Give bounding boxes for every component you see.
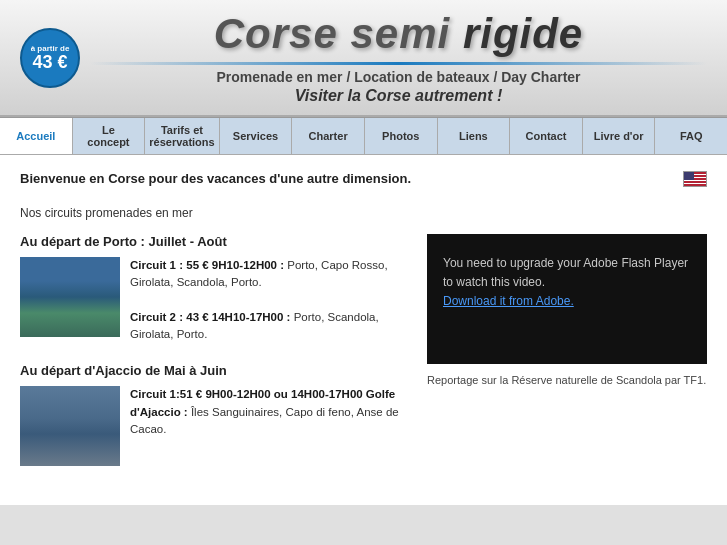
flash-video-box: You need to upgrade your Adobe Flash Pla…: [427, 234, 707, 364]
welcome-title: Bienvenue en Corse pour des vacances d'u…: [20, 171, 411, 186]
site-subtitle: Promenade en mer / Location de bateaux /…: [90, 69, 707, 85]
page-header: à partir de 43 € Corse semi rigide Prome…: [0, 0, 727, 117]
porto-image: [20, 257, 120, 337]
site-title: Corse semi rigide: [90, 10, 707, 58]
welcome-row: Bienvenue en Corse pour des vacances d'u…: [20, 171, 707, 198]
nav-photos[interactable]: Photos: [365, 118, 438, 154]
price-badge: à partir de 43 €: [20, 28, 80, 88]
right-column: You need to upgrade your Adobe Flash Pla…: [427, 234, 707, 486]
flash-text: You need to upgrade your Adobe Flash Pla…: [443, 256, 688, 289]
nav-concept[interactable]: Leconcept: [73, 118, 146, 154]
left-column: Au départ de Porto : Juillet - Août Circ…: [20, 234, 411, 486]
nav-services[interactable]: Services: [220, 118, 293, 154]
nav-tarifs[interactable]: Tarifs etréservations: [145, 118, 219, 154]
circuit-ajaccio-row: Circuit 1:51 € 9H00-12H00 ou 14H00-17H00…: [20, 386, 411, 466]
circuit-porto-title: Au départ de Porto : Juillet - Août: [20, 234, 411, 249]
nav-livre[interactable]: Livre d'or: [583, 118, 656, 154]
ajaccio-image: [20, 386, 120, 466]
nav-charter[interactable]: Charter: [292, 118, 365, 154]
nav-accueil[interactable]: Accueil: [0, 118, 73, 154]
circuits-label: Nos circuits promenades en mer: [20, 206, 707, 220]
main-nav: Accueil Leconcept Tarifs etréservations …: [0, 117, 727, 155]
porto-image-visual: [20, 257, 120, 337]
content-area: Au départ de Porto : Juillet - Août Circ…: [20, 234, 707, 486]
circuit-porto-desc: Circuit 1 : 55 € 9H10-12H00 : Porto, Cap…: [130, 257, 411, 343]
circuit-ajaccio-desc: Circuit 1:51 € 9H00-12H00 ou 14H00-17H00…: [130, 386, 411, 466]
us-flag-icon[interactable]: [683, 171, 707, 187]
site-branding: Corse semi rigide Promenade en mer / Loc…: [90, 10, 707, 105]
circuit-porto-block: Au départ de Porto : Juillet - Août Circ…: [20, 234, 411, 343]
flash-download-link[interactable]: Download it from Adobe.: [443, 294, 574, 308]
badge-price: 43 €: [32, 53, 67, 71]
main-content: Bienvenue en Corse pour des vacances d'u…: [0, 155, 727, 505]
nav-liens[interactable]: Liens: [438, 118, 511, 154]
ajaccio-image-visual: [20, 386, 120, 466]
circuit-ajaccio-title: Au départ d'Ajaccio de Mai à Juin: [20, 363, 411, 378]
nav-contact[interactable]: Contact: [510, 118, 583, 154]
circuit1-line1-label: Circuit 1 : 55 € 9H10-12H00 :: [130, 259, 284, 271]
reportage-text: Reportage sur la Réserve naturelle de Sc…: [427, 374, 707, 386]
site-tagline: Visiter la Corse autrement !: [90, 87, 707, 105]
circuit-ajaccio-block: Au départ d'Ajaccio de Mai à Juin Circui…: [20, 363, 411, 466]
circuit1-line2-label: Circuit 2 : 43 € 14H10-17H00 :: [130, 311, 290, 323]
circuit-porto-row: Circuit 1 : 55 € 9H10-12H00 : Porto, Cap…: [20, 257, 411, 343]
nav-faq[interactable]: FAQ: [655, 118, 727, 154]
title-underline: [90, 62, 707, 65]
